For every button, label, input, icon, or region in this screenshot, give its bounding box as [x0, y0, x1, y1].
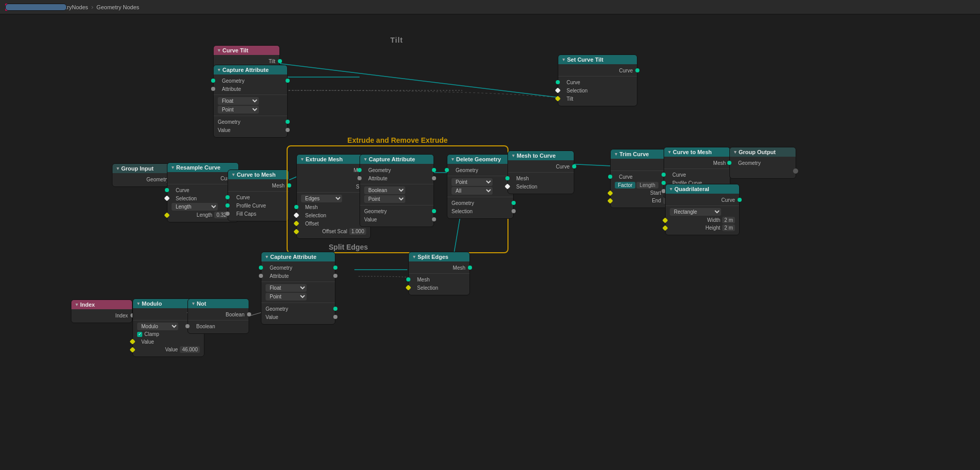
socket-ctm1-profile-in[interactable] [225, 203, 230, 208]
socket-not-bool-out[interactable] [247, 312, 251, 316]
capture1-value-out-row: Value [214, 126, 287, 134]
socket-ctm2-profile-in[interactable] [662, 181, 666, 185]
socket-capture2-attr-in[interactable] [357, 176, 362, 180]
node-canvas[interactable]: Tilt ▾ Curve Tilt Tilt ▾ Capture Attribu… [0, 14, 980, 470]
socket-ctm1-curve-in[interactable] [225, 195, 230, 199]
node-delete-geometry[interactable]: ▾ Delete Geometry Geometry Point All Geo… [447, 154, 514, 219]
ctm1-fillcaps-in: Fill Caps [228, 210, 289, 218]
socket-capture2-geo-in[interactable] [357, 168, 362, 172]
socket-delete-geo-out2[interactable] [512, 201, 516, 205]
trim-length-btn[interactable]: Length [636, 182, 658, 189]
capture2-geo-out-row: Geometry [360, 207, 434, 215]
socket-resample-sel-in[interactable] [164, 195, 169, 201]
socket-groupout-geo-in[interactable] [727, 161, 731, 165]
socket-capture3-geo-in[interactable] [259, 266, 263, 270]
socket-trim-curve-in[interactable] [608, 175, 612, 179]
capture3-type-select[interactable]: Float [266, 284, 307, 292]
delete-mode-select[interactable]: All [451, 187, 493, 195]
node-set-curve-tilt[interactable]: ▾ Set Curve Tilt Curve Curve Selection T… [558, 54, 637, 106]
socket-ctm1-fillcaps-in[interactable] [225, 212, 230, 216]
node-curve-tilt-header: ▾ Curve Tilt [214, 46, 279, 55]
delete-sel-out-row: Selection [447, 207, 513, 215]
node-capture-attr-1[interactable]: ▾ Capture Attribute Geometry Attribute F… [213, 65, 288, 138]
capture3-value-out-row: Value [261, 313, 335, 321]
quad-type-select[interactable]: Rectangle [670, 208, 721, 216]
node-curve-to-mesh-1[interactable]: ▾ Curve to Mesh Mesh Curve Profile Curve… [228, 170, 289, 221]
socket-settilt-tilt-in[interactable] [555, 96, 560, 101]
socket-quad-width-in[interactable] [662, 217, 668, 223]
socket-splitedges-mesh-out[interactable] [468, 266, 472, 270]
capture3-geo-in: Geometry [261, 264, 335, 272]
delete-domain-select[interactable]: Point [451, 178, 493, 186]
socket-modulo-val-in[interactable] [129, 339, 135, 344]
socket-capture3-attr-in[interactable] [259, 274, 263, 278]
socket-not-bool-in[interactable] [185, 324, 190, 328]
socket-trim-start-in[interactable] [607, 190, 613, 196]
resample-type-select[interactable]: Length [172, 203, 218, 211]
socket-mtc-curve-out[interactable] [572, 164, 576, 168]
capture2-geo-in: Geometry [360, 166, 434, 174]
socket-extrude-mesh-in[interactable] [294, 205, 298, 209]
socket-capture1-val-out[interactable] [286, 128, 290, 132]
mtc-mesh-in: Mesh [508, 174, 574, 182]
socket-capture2-geo-out2[interactable] [432, 209, 436, 213]
capture2-type-row: Boolean [360, 186, 434, 195]
node-mesh-to-curve-header: ▾ Mesh to Curve [508, 151, 574, 160]
trim-factor-btn[interactable]: Factor [615, 182, 635, 189]
capture1-domain-select[interactable]: Point [218, 106, 259, 114]
socket-capture3-geo-out[interactable] [333, 266, 337, 270]
socket-quad-curve-out[interactable] [738, 198, 742, 202]
socket-settilt-sel-in[interactable] [555, 87, 560, 93]
socket-splitedges-mesh-in[interactable] [406, 277, 410, 281]
socket-groupout-right[interactable] [793, 168, 798, 174]
node-capture-attr-2[interactable]: ▾ Capture Attribute Geometry Attribute B… [360, 154, 434, 227]
capture3-attr-in: Attribute [261, 272, 335, 280]
node-not-header: ▾ Not [188, 299, 249, 308]
node-index[interactable]: ▾ Index Index [71, 299, 133, 323]
socket-capture1-attr-in[interactable] [211, 87, 215, 91]
extrude-type-select[interactable]: Edges [301, 195, 342, 202]
ctm2-curve-in: Curve [664, 171, 730, 179]
socket-capture3-geo-out2[interactable] [333, 307, 337, 311]
node-mesh-to-curve[interactable]: ▾ Mesh to Curve Curve Mesh Selection [507, 151, 574, 194]
node-group-input[interactable]: ▾ Group Input Geometry [112, 163, 174, 187]
node-group-output[interactable]: ▾ Group Output Geometry [729, 147, 796, 179]
socket-trim-end-in[interactable] [607, 198, 613, 203]
socket-quad-height-in[interactable] [662, 225, 668, 231]
modulo-type-select[interactable]: Modulo [137, 323, 178, 330]
node-split-edges[interactable]: ▾ Split Edges Mesh Mesh Selection [408, 252, 470, 295]
socket-modulo-val2-in[interactable] [129, 347, 135, 352]
breadcrumb-node[interactable]: Geometry Nodes [97, 4, 139, 10]
node-not[interactable]: ▾ Not Boolean Boolean [187, 298, 249, 334]
svg-line-0 [276, 63, 560, 98]
socket-capture2-attr-out-r[interactable] [432, 176, 436, 180]
socket-delete-geo-in[interactable] [445, 168, 449, 172]
socket-resample-curve-in[interactable] [165, 188, 169, 192]
capture1-type-select[interactable]: Float [218, 97, 259, 105]
node-quadrilateral[interactable]: ▾ Quadrilateral Curve Rectangle Width 2 … [665, 184, 740, 235]
socket-capture2-val-out[interactable] [432, 217, 436, 221]
socket-ctm2-curve-in[interactable] [662, 173, 666, 177]
modulo-clamp-checkbox[interactable]: ✓ [137, 332, 142, 337]
socket-settilt-curve-out[interactable] [635, 68, 639, 72]
capture3-domain-select[interactable]: Point [266, 293, 307, 300]
socket-capture1-geo-out2[interactable] [286, 120, 290, 124]
socket-capture3-val-out[interactable] [333, 315, 337, 319]
breadcrumb: Point › GeometryNodes › Geometry Nodes [0, 0, 980, 14]
socket-settilt-curve-in[interactable] [556, 80, 560, 84]
socket-splitedges-sel-in[interactable] [405, 285, 411, 290]
capture2-domain-select[interactable]: Point [364, 195, 405, 203]
socket-capture1-geo-out[interactable] [286, 79, 290, 83]
node-icon [5, 4, 67, 11]
node-capture-attr-3[interactable]: ▾ Capture Attribute Geometry Attribute F… [261, 252, 335, 325]
socket-mtc-mesh-in[interactable] [505, 176, 510, 180]
socket-capture1-geo-in[interactable] [211, 79, 215, 83]
socket-capture2-geo-out[interactable] [432, 168, 436, 172]
socket-resample-len-in[interactable] [164, 212, 169, 218]
socket-capture3-attr-out[interactable] [333, 274, 337, 278]
node-split-edges-header: ▾ Split Edges [409, 252, 469, 261]
socket-tilt-out[interactable] [278, 59, 282, 63]
delete-domain-row: Point [447, 178, 513, 186]
socket-delete-sel-out[interactable] [512, 209, 516, 213]
capture2-type-select[interactable]: Boolean [364, 186, 405, 194]
